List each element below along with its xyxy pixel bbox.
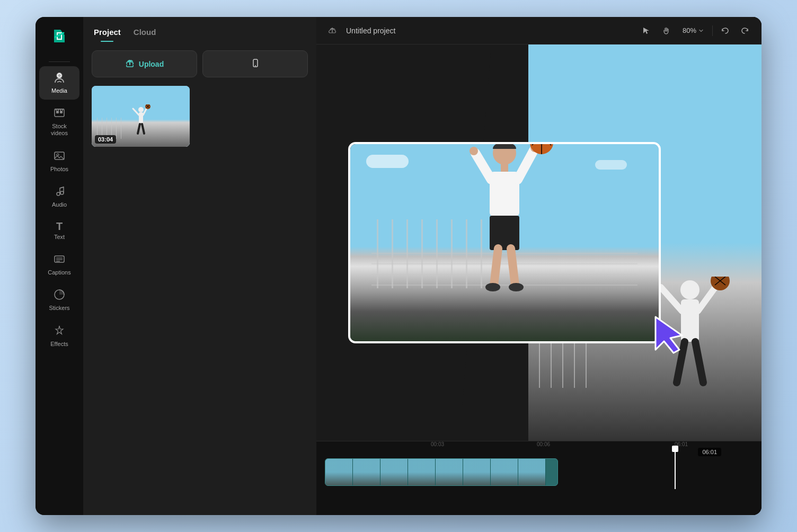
- cursor-arrow: [650, 312, 693, 356]
- svg-line-25: [133, 109, 139, 115]
- sidebar-captions-label: Captions: [48, 269, 70, 276]
- timeline-ruler: 00:03 00:06 06:01: [316, 441, 761, 454]
- playhead: [675, 446, 676, 489]
- sidebar-text-label: Text: [54, 234, 65, 241]
- media-thumbnail[interactable]: 03:04: [92, 86, 190, 147]
- tab-project[interactable]: Project: [94, 28, 121, 42]
- text-icon: T: [56, 221, 63, 232]
- sidebar-item-photos[interactable]: Photos: [39, 145, 79, 178]
- cursor-tool-btn[interactable]: [638, 23, 654, 39]
- media-panel: Project Cloud Upload: [83, 17, 316, 515]
- audio-icon: [54, 185, 65, 199]
- timeline-clip[interactable]: [325, 458, 558, 486]
- sidebar: Media Stockvideos: [36, 17, 83, 515]
- svg-line-23: [138, 124, 140, 134]
- media-icon: [54, 72, 65, 85]
- photos-icon: [54, 150, 65, 164]
- svg-point-11: [57, 192, 60, 196]
- svg-point-30: [680, 280, 699, 299]
- timeline-mark-1: 00:03: [431, 441, 444, 447]
- preview-area: [316, 45, 761, 441]
- sidebar-item-stock-videos[interactable]: Stockvideos: [39, 102, 79, 142]
- svg-line-24: [142, 124, 144, 134]
- panel-content: Upload: [83, 42, 316, 515]
- captions-icon: [54, 253, 65, 267]
- svg-line-42: [475, 153, 491, 180]
- svg-line-49: [494, 249, 498, 286]
- svg-line-50: [511, 249, 515, 286]
- app-logo[interactable]: [48, 25, 71, 49]
- svg-point-20: [255, 65, 256, 66]
- stickers-icon: [54, 289, 65, 303]
- app-window: Media Stockvideos: [36, 17, 761, 515]
- playhead-head: [672, 446, 678, 452]
- svg-point-10: [57, 154, 59, 156]
- sidebar-audio-label: Audio: [52, 201, 67, 208]
- panel-tabs: Project Cloud: [83, 17, 316, 42]
- svg-point-21: [138, 107, 144, 112]
- svg-point-51: [485, 283, 500, 291]
- upload-button[interactable]: Upload: [92, 50, 197, 77]
- svg-line-43: [518, 150, 534, 180]
- hand-tool-btn[interactable]: [658, 23, 674, 39]
- mobile-icon: [251, 58, 260, 69]
- timeline-mark-2: 00:06: [537, 441, 550, 447]
- mobile-import-button[interactable]: [202, 50, 308, 77]
- time-display: 06:01: [698, 448, 721, 456]
- sidebar-stock-videos-label: Stockvideos: [51, 123, 68, 137]
- svg-point-12: [60, 191, 64, 194]
- sidebar-item-effects[interactable]: Effects: [39, 320, 79, 353]
- sidebar-item-media[interactable]: Media: [39, 66, 79, 100]
- svg-rect-2: [56, 111, 59, 113]
- upload-btn-label: Upload: [139, 60, 164, 68]
- tab-cloud[interactable]: Cloud: [134, 28, 156, 42]
- svg-point-44: [470, 147, 478, 155]
- svg-point-52: [509, 283, 524, 291]
- upload-buttons: Upload: [92, 50, 308, 77]
- sidebar-media-label: Media: [51, 87, 67, 94]
- media-grid: 03:04: [92, 86, 308, 147]
- svg-rect-3: [60, 111, 63, 113]
- top-bar-divider: [712, 25, 713, 36]
- sidebar-effects-label: Effects: [50, 341, 68, 348]
- svg-line-34: [661, 287, 682, 311]
- zoom-level: 80%: [683, 26, 696, 34]
- svg-line-13: [60, 187, 64, 188]
- sidebar-item-stickers[interactable]: Stickers: [39, 283, 79, 317]
- svg-rect-48: [490, 216, 519, 250]
- sidebar-divider: [49, 61, 70, 62]
- timeline-area: 00:03 00:06 06:01: [316, 441, 761, 515]
- sidebar-item-text[interactable]: T Text: [39, 216, 79, 246]
- svg-line-33: [695, 342, 703, 383]
- undo-btn[interactable]: [717, 23, 733, 39]
- sidebar-photos-label: Photos: [50, 166, 68, 173]
- cloud-upload-btn[interactable]: [325, 23, 340, 38]
- sidebar-stickers-label: Stickers: [49, 305, 69, 312]
- svg-rect-22: [139, 112, 143, 124]
- selected-video-clip[interactable]: [348, 142, 661, 343]
- video-track: 06:01: [325, 458, 753, 486]
- redo-btn[interactable]: [737, 23, 753, 39]
- top-bar-controls: 80%: [638, 23, 753, 39]
- upload-cloud-icon: [125, 58, 135, 69]
- media-duration: 03:04: [95, 135, 116, 144]
- stock-videos-icon: [54, 107, 65, 121]
- zoom-control[interactable]: 80%: [678, 24, 708, 37]
- effects-icon: [54, 325, 65, 339]
- sidebar-item-captions[interactable]: Captions: [39, 248, 79, 281]
- top-bar: Untitled project 80%: [316, 17, 761, 45]
- editor-area: Untitled project 80%: [316, 17, 761, 515]
- svg-rect-40: [501, 164, 508, 172]
- timeline-tracks: 06:01: [316, 454, 761, 490]
- sidebar-item-audio[interactable]: Audio: [39, 180, 79, 214]
- project-title: Untitled project: [346, 26, 632, 35]
